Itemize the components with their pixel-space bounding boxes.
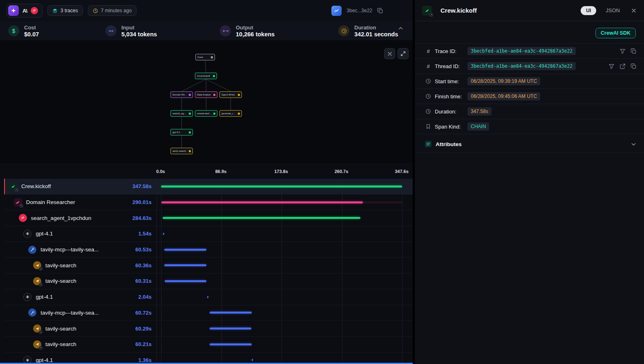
axis-tick: 0.0s xyxy=(156,169,165,174)
span-timeline-cell xyxy=(157,321,413,336)
graph-node-chip xyxy=(213,75,215,77)
field-thread-id: #Thread ID:3becbfed-a1be-ae84-ea3c-49428… xyxy=(415,59,644,74)
graph-node[interactable]: generate_report... xyxy=(219,110,242,117)
span-row[interactable]: tavily-mcp---tavily-sea...60.53s xyxy=(4,242,413,258)
span-name: gpt-4.1 xyxy=(36,357,53,363)
span-duration: 60.72s xyxy=(132,310,157,316)
stat-input: Input5,034 tokens xyxy=(105,24,220,38)
span-bar xyxy=(165,280,206,282)
span-row[interactable]: Crew.kickoff347.58s xyxy=(4,179,413,195)
tab-ui[interactable]: UI xyxy=(581,6,596,15)
graph-node-chip xyxy=(238,94,240,96)
field-label: Span Kind: xyxy=(435,124,467,130)
close-icon[interactable] xyxy=(631,8,637,13)
axis-tick: 347.6s xyxy=(395,169,409,174)
field-label: Duration: xyxy=(435,109,467,115)
span-name: gpt-4.1 xyxy=(36,231,53,237)
stat-label: Input xyxy=(121,24,157,31)
axis-tick: 173.8s xyxy=(274,169,288,174)
graph-node[interactable]: Crew.kickoff xyxy=(195,73,217,79)
tavily-icon xyxy=(33,324,41,333)
details-title: Crew.kickoff xyxy=(441,7,477,14)
graph-node-chip xyxy=(238,113,240,115)
graph-node[interactable]: Data Analyst xyxy=(195,91,217,98)
span-row[interactable]: tavily-search60.31s xyxy=(4,273,413,289)
graph-node[interactable]: Domain Researcher xyxy=(170,91,193,98)
span-row[interactable]: gpt-4.12.04s xyxy=(4,289,413,305)
field-value: 3becbfed-a1be-ae84-ea3c-4942867a3e22 xyxy=(467,62,576,70)
graph-node[interactable]: gpt-4.1 xyxy=(170,129,193,135)
stat-output: Output10,266 tokens xyxy=(220,24,338,38)
span-timeline-cell xyxy=(157,289,413,305)
crew-icon xyxy=(422,6,432,16)
span-duration: 60.31s xyxy=(132,278,157,284)
anthropic-logo[interactable]: A\ xyxy=(22,8,27,14)
field-actions xyxy=(608,63,637,69)
span-row[interactable]: tavily-search60.36s xyxy=(4,257,413,273)
filter-icon[interactable] xyxy=(608,63,615,69)
span-duration: 1.36s xyxy=(135,357,157,363)
external-link-icon[interactable] xyxy=(619,63,626,69)
graph-controls xyxy=(384,48,409,59)
traces-count-badge[interactable]: 3 traces xyxy=(47,5,83,16)
graph-node-chip xyxy=(189,131,191,133)
copy-icon[interactable] xyxy=(631,63,637,69)
graph-node-chip xyxy=(189,150,191,152)
chevron-up-icon[interactable] xyxy=(398,25,404,31)
span-name: Domain Researcher xyxy=(26,199,75,205)
span-duration: 2.04s xyxy=(135,294,157,300)
span-row[interactable]: Domain Researcher290.01s xyxy=(4,195,413,211)
copy-icon[interactable] xyxy=(377,8,383,14)
span-name: tavily-search xyxy=(45,326,76,332)
filter-icon[interactable] xyxy=(619,48,626,54)
close-graph-button[interactable] xyxy=(384,48,395,59)
span-duration: 347.58s xyxy=(129,183,157,189)
span-duration: 284.63s xyxy=(129,215,157,221)
field-label: Trace ID: xyxy=(435,48,467,54)
span-row[interactable]: search_agent_1vpchdun284.63s xyxy=(4,210,413,226)
span-row[interactable]: tavily-search60.21s xyxy=(4,337,413,353)
logo-group: A\ xyxy=(7,4,42,18)
details-header: Crew.kickoff UI JSON xyxy=(415,0,644,21)
span-row[interactable]: tavily-search60.29s xyxy=(4,321,413,337)
chevron-down-icon[interactable] xyxy=(631,141,637,147)
span-type-badge xyxy=(39,346,42,350)
graph-node[interactable]: Crew xyxy=(195,54,215,60)
chart-icon[interactable] xyxy=(331,6,342,16)
graph-node[interactable]: search_agent_1vp... xyxy=(170,110,193,117)
graph-node-chip xyxy=(213,113,215,115)
stat-value: 5,034 tokens xyxy=(121,31,157,38)
span-timeline-cell xyxy=(157,257,413,273)
span-row[interactable]: gpt-4.11.54s xyxy=(4,226,413,242)
time-ago-label: 7 minutes ago xyxy=(101,8,132,13)
field-value: 06/28/2025, 09:39:19 AM UTC xyxy=(467,77,540,85)
sparkle-icon[interactable] xyxy=(8,5,19,16)
graph-node-label: gpt-4.1 xyxy=(172,131,180,133)
copy-icon[interactable] xyxy=(631,48,637,54)
graph-node[interactable]: Agent Writer xyxy=(219,91,242,98)
span-timeline-cell xyxy=(157,305,413,321)
span-row[interactable]: tavily-mcp---tavily-sea...60.72s xyxy=(4,305,413,321)
graph-node[interactable]: crewai-tavily... xyxy=(195,110,217,117)
details-title-icon xyxy=(422,6,436,16)
crewai-logo[interactable] xyxy=(31,7,38,14)
expand-graph-button[interactable] xyxy=(398,48,409,59)
span-bar xyxy=(210,328,251,330)
graph-node-label: Crew.kickoff xyxy=(197,75,210,77)
graph-node-chip xyxy=(211,56,213,58)
span-row[interactable]: gpt-4.11.36s xyxy=(4,353,413,364)
stats-row: $Cost$0.07Input5,034 tokensOutput10,266 … xyxy=(0,21,413,41)
attributes-section-header[interactable]: Attributes xyxy=(415,136,644,153)
attributes-label: Attributes xyxy=(436,141,462,147)
span-bar xyxy=(161,201,362,203)
field-span-kind: Span Kind:CHAIN xyxy=(415,119,644,134)
stat-label: Duration xyxy=(354,24,398,31)
tab-json[interactable]: JSON xyxy=(606,7,620,13)
hash-icon: # xyxy=(425,63,432,69)
span-duration: 60.21s xyxy=(132,341,157,347)
arrows-out-icon xyxy=(220,25,231,36)
graph-node[interactable]: tavily-search xyxy=(170,148,193,154)
field-value: 347.58s xyxy=(467,107,492,115)
field-duration: Duration:347.58s xyxy=(415,104,644,119)
openai-icon xyxy=(23,293,31,301)
